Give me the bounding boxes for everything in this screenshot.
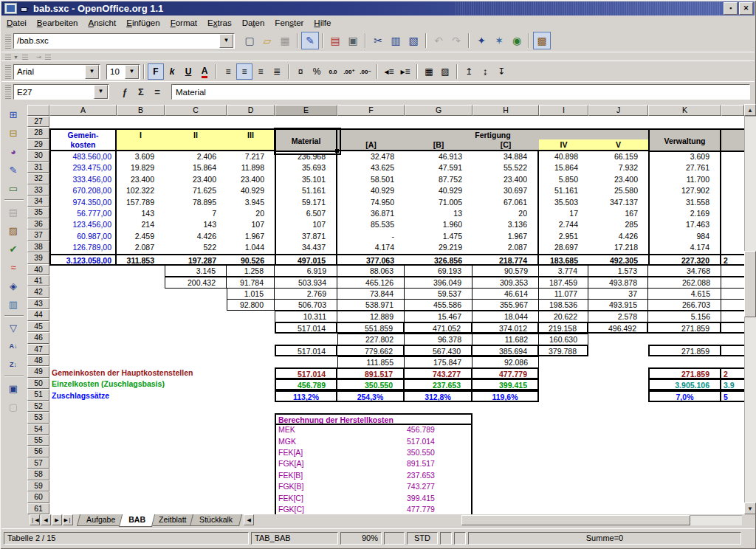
- toolbar-grip[interactable]: [5, 85, 11, 99]
- align-top-button[interactable]: ↥: [461, 63, 477, 80]
- menu-daten[interactable]: Daten: [237, 17, 270, 29]
- cell-H42[interactable]: 355.967: [472, 299, 539, 311]
- delete-decimal-button[interactable]: .00⁻: [357, 63, 374, 80]
- cell-G44[interactable]: 471.052: [405, 322, 472, 334]
- cell-H49[interactable]: 399.415: [472, 379, 539, 390]
- cell-E56[interactable]: FGK[A]: [275, 458, 405, 470]
- cell-H48[interactable]: 477.779: [472, 367, 539, 379]
- cell-C39[interactable]: 3.145: [165, 265, 227, 277]
- horizontal-scrollbar[interactable]: [461, 515, 742, 525]
- cell-D31[interactable]: 23.400: [227, 174, 275, 186]
- row-header-39[interactable]: 39: [27, 252, 49, 264]
- cell-J33[interactable]: 347.137: [588, 197, 648, 209]
- center-vertical-button[interactable]: ↨: [477, 63, 493, 80]
- column-header-B[interactable]: B: [117, 105, 165, 116]
- cell-B28[interactable]: [117, 139, 165, 151]
- cell-H43[interactable]: 18.044: [472, 311, 539, 322]
- cell-E42[interactable]: 506.703: [275, 299, 337, 311]
- cell-G45[interactable]: 96.378: [405, 334, 472, 345]
- row-header-61[interactable]: 61: [27, 503, 49, 514]
- cell-E39[interactable]: 6.919: [275, 265, 337, 277]
- cell-D27[interactable]: III: [227, 128, 275, 140]
- cell-E60[interactable]: FGK[C]: [275, 504, 405, 514]
- borders-button[interactable]: ▦: [421, 63, 437, 80]
- cell-E50[interactable]: 113,2%: [275, 390, 337, 402]
- cell-C38[interactable]: 197.287: [165, 254, 227, 266]
- column-header-K[interactable]: K: [648, 105, 721, 116]
- cell-I45[interactable]: 160.630: [539, 334, 588, 345]
- cell-F42[interactable]: 538.971: [337, 299, 405, 311]
- row-header-58[interactable]: 58: [27, 469, 49, 480]
- cell-I41[interactable]: 11.077: [539, 288, 588, 300]
- handle-grip-1[interactable]: [5, 54, 11, 60]
- column-header-C[interactable]: C: [165, 105, 227, 116]
- cell-I39[interactable]: 3.774: [539, 265, 588, 277]
- cell-L49[interactable]: 3.9: [721, 379, 744, 390]
- cell-J32[interactable]: 25.580: [588, 185, 648, 197]
- cell-L39[interactable]: [721, 265, 744, 277]
- cell-B35[interactable]: 214: [117, 219, 165, 231]
- cell-D35[interactable]: 107: [227, 219, 275, 231]
- save-icon[interactable]: ▦: [276, 32, 294, 49]
- cell-G47[interactable]: 175.847: [405, 356, 472, 368]
- cell-G55[interactable]: 350.550: [405, 447, 472, 459]
- hyperlink-icon[interactable]: ◉: [508, 32, 526, 49]
- cell-C33[interactable]: 78.895: [165, 197, 227, 209]
- align-right-button[interactable]: ≡: [252, 63, 269, 80]
- cell-K37[interactable]: 4.174: [648, 242, 721, 254]
- cell-E34[interactable]: 6.507: [275, 208, 337, 220]
- row-header-44[interactable]: 44: [27, 309, 49, 321]
- row-header-43[interactable]: 43: [27, 298, 49, 309]
- cell-H36[interactable]: 1.967: [472, 231, 539, 243]
- menu-bearbeiten[interactable]: Bearbeiten: [32, 17, 83, 29]
- cell-B30[interactable]: 19.829: [117, 162, 165, 174]
- cell-I34[interactable]: 17: [539, 208, 588, 220]
- cell-A32[interactable]: 670.208,00: [49, 185, 117, 197]
- cell-F46[interactable]: 779.662: [337, 345, 405, 356]
- cell-A36[interactable]: 60.987,00: [49, 231, 117, 243]
- cell-I36[interactable]: 2.951: [539, 231, 588, 243]
- next-sheet-button[interactable]: ▶: [52, 514, 62, 525]
- cell-K27[interactable]: Verwaltung: [648, 128, 721, 152]
- currency-format-button[interactable]: ¤: [292, 63, 309, 80]
- handle-grip-2[interactable]: [22, 54, 28, 60]
- horizontal-scrollbar-thumb[interactable]: [461, 515, 690, 525]
- cell-L50[interactable]: 5: [721, 390, 744, 402]
- cell-D36[interactable]: 1.967: [227, 231, 275, 243]
- export-pdf-icon[interactable]: ▤: [326, 32, 344, 49]
- app-icon[interactable]: [4, 3, 17, 14]
- sum-icon[interactable]: Σ: [133, 85, 149, 100]
- cut-icon[interactable]: ✂: [369, 32, 387, 49]
- cell-J29[interactable]: 66.159: [588, 151, 648, 163]
- copy-icon[interactable]: ▥: [387, 32, 405, 49]
- cell-F45[interactable]: 227.802: [337, 334, 405, 345]
- row-header-57[interactable]: 57: [27, 458, 49, 469]
- cell-E32[interactable]: 51.161: [275, 185, 337, 197]
- row-header-56[interactable]: 56: [27, 446, 49, 458]
- cell-H46[interactable]: 385.694: [472, 345, 539, 356]
- cell-H39[interactable]: 90.579: [472, 265, 539, 277]
- cell-J34[interactable]: 167: [588, 208, 648, 220]
- bold-button[interactable]: F: [148, 63, 164, 80]
- column-header-A[interactable]: A: [49, 105, 117, 116]
- cell-H47[interactable]: 92.086: [472, 356, 539, 368]
- cell-C29[interactable]: 2.406: [165, 151, 227, 163]
- cell-H41[interactable]: 46.614: [472, 288, 539, 300]
- cell-D30[interactable]: 11.898: [227, 162, 275, 174]
- column-header-D[interactable]: D: [227, 105, 275, 116]
- cell-I35[interactable]: 2.744: [539, 219, 588, 231]
- cell-I32[interactable]: 51.161: [539, 185, 588, 197]
- cell-G53[interactable]: 456.789: [405, 424, 472, 436]
- cell-E30[interactable]: 35.693: [275, 162, 337, 174]
- name-box[interactable]: E27 ▼: [13, 84, 109, 100]
- cell-L46[interactable]: [721, 345, 744, 356]
- justify-button[interactable]: ≣: [269, 63, 285, 80]
- sheet-tab-bab[interactable]: BAB: [119, 514, 155, 527]
- row-header-32[interactable]: 32: [27, 173, 49, 184]
- cell-H45[interactable]: 11.682: [472, 334, 539, 345]
- menu-extras[interactable]: Extras: [202, 17, 237, 29]
- cell-C32[interactable]: 71.625: [165, 185, 227, 197]
- row-header-59[interactable]: 59: [27, 480, 49, 491]
- column-header-G[interactable]: G: [405, 105, 472, 116]
- chevron-down-icon[interactable]: ▼: [94, 85, 108, 99]
